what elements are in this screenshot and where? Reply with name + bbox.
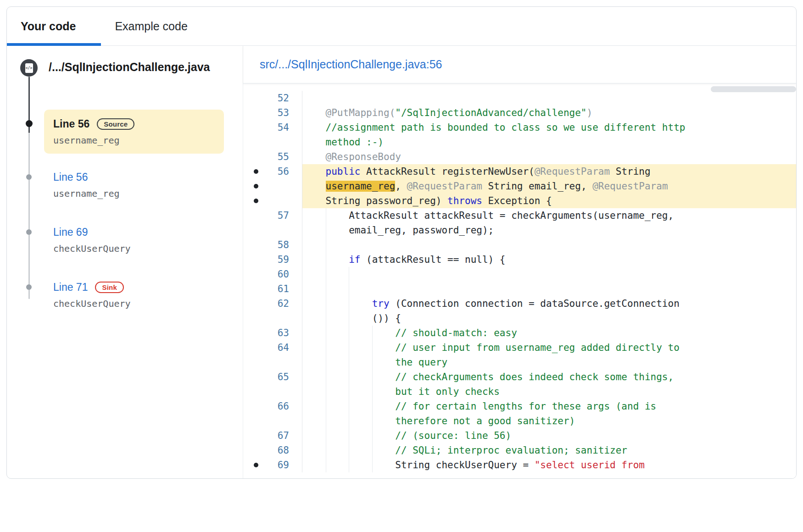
tab-example-code[interactable]: Example code — [101, 7, 201, 45]
line-gutter — [243, 105, 269, 120]
code-file-icon: </> — [20, 59, 38, 77]
line-code: // user input from username_reg added di… — [302, 340, 796, 370]
line-gutter — [243, 164, 269, 208]
code-visual-row — [372, 282, 796, 296]
line-code — [302, 282, 796, 296]
code-token: String — [610, 166, 651, 177]
step-badge-sink: Sink — [95, 282, 123, 293]
line-gutter — [243, 91, 269, 105]
trace-sidebar: </> /.../SqlInjectionChallenge.java Line… — [7, 46, 243, 478]
trace-bullet-icon — [254, 199, 258, 203]
code-token: @PutMapping( — [326, 107, 396, 118]
line-gutter — [243, 282, 269, 296]
trace-step-1[interactable]: Line 56Sourceusername_reg — [44, 110, 224, 154]
code-line: 61 — [243, 282, 796, 296]
step-line-label: Line 56 — [53, 117, 89, 131]
indent-guide — [372, 399, 373, 428]
indent-guide — [349, 267, 349, 282]
line-number: 58 — [269, 238, 289, 252]
code-visual-row: // should-match: easy — [395, 326, 796, 340]
tab-your-code[interactable]: Your code — [7, 7, 101, 45]
line-code: if (attackResult == null) { — [302, 252, 796, 267]
line-number: 62 — [269, 296, 289, 326]
code-line: 69String checkUserQuery = "select userid… — [243, 458, 796, 472]
line-gutter — [243, 120, 269, 150]
code-line: 59if (attackResult == null) { — [243, 252, 796, 267]
indent-guide — [326, 399, 326, 428]
indent-guide — [326, 282, 326, 296]
trace-step-2[interactable]: Line 56username_reg — [44, 170, 224, 200]
code-line: 57AttackResult attackResult = checkArgum… — [243, 208, 796, 238]
code-token: // user input from username_reg added di… — [395, 342, 680, 353]
line-code — [302, 238, 796, 252]
code-token: , — [395, 181, 407, 192]
code-token: @ResponseBody — [326, 151, 401, 162]
line-code — [302, 267, 796, 282]
line-code: //assignment path is bounded to class so… — [302, 120, 796, 150]
trace-step-3[interactable]: Line 69checkUserQuery — [44, 225, 224, 255]
line-number: 61 — [269, 282, 289, 296]
code-token: AttackResult registerNewUser( — [360, 166, 534, 177]
step-symbol: checkUserQuery — [53, 298, 215, 310]
line-number: 59 — [269, 252, 289, 267]
code-token: try — [372, 298, 390, 309]
code-token: (attackResult == null) { — [360, 254, 505, 265]
indent-guide — [349, 296, 349, 326]
trace-bullet-icon — [254, 463, 258, 467]
code-visual-row: ()) { — [372, 311, 796, 326]
line-number: 54 — [269, 120, 289, 150]
code-token: // SQLi; interproc evaluation; sanitizer — [395, 445, 627, 456]
code-line: 68// SQLi; interproc evaluation; sanitiz… — [243, 443, 796, 458]
step-line-label: Line 56 — [53, 170, 88, 184]
code-visual-row: AttackResult attackResult = checkArgumen… — [349, 208, 796, 223]
line-code: public AttackResult registerNewUser(@Req… — [302, 164, 796, 208]
code-visual-row — [372, 267, 796, 282]
code-token: AttackResult attackResult = checkArgumen… — [349, 210, 674, 221]
code-line: 63// should-match: easy — [243, 326, 796, 340]
code-line: 56public AttackResult registerNewUser(@R… — [243, 164, 796, 208]
indent-guide — [326, 252, 326, 267]
indent-guide — [326, 296, 326, 326]
code-visual-row: // checkArguments does indeed check some… — [395, 370, 796, 384]
line-code: try (Connection connection = dataSource.… — [302, 296, 796, 326]
line-gutter — [243, 267, 269, 282]
code-token: ) — [587, 107, 593, 118]
line-gutter — [243, 326, 269, 340]
code-token: but it only checks — [395, 386, 500, 397]
code-visual-row: String password_reg) throws Exception { — [326, 194, 796, 208]
code-visual-row: email_reg, password_reg); — [349, 223, 796, 238]
line-gutter — [243, 150, 269, 164]
code-line: 55@ResponseBody — [243, 150, 796, 164]
indent-guide — [349, 458, 349, 472]
trace-step-4[interactable]: Line 71SinkcheckUserQuery — [44, 280, 224, 310]
code-token: // should-match: easy — [395, 327, 517, 338]
code-line: 52 — [243, 91, 796, 105]
code-visual-row: @PutMapping("/SqlInjectionAdvanced/chall… — [326, 105, 796, 120]
code-token: the query — [395, 357, 447, 368]
line-code: // SQLi; interproc evaluation; sanitizer — [302, 443, 796, 458]
line-code: @ResponseBody — [302, 150, 796, 164]
code-token: email_reg, password_reg); — [349, 225, 494, 236]
code-token: // checkArguments does indeed check some… — [395, 371, 674, 382]
indent-guide — [326, 370, 326, 399]
line-code: // should-match: easy — [302, 326, 796, 340]
code-line: 65// checkArguments does indeed check so… — [243, 370, 796, 399]
line-number: 55 — [269, 150, 289, 164]
indent-guide — [372, 443, 373, 458]
code-visual-row: the query — [395, 355, 796, 370]
tabbar: Your codeExample code — [7, 7, 796, 46]
line-number: 57 — [269, 208, 289, 238]
indent-guide — [326, 326, 326, 340]
code-token: // (source: line 56) — [395, 430, 511, 441]
code-token: throws — [447, 195, 482, 206]
code-token: @RequestParam — [535, 166, 610, 177]
code-token: username_reg — [326, 181, 396, 192]
indent-guide — [349, 326, 349, 340]
step-symbol: username_reg — [53, 134, 215, 146]
file-reference-link[interactable]: src/.../SqlInjectionChallenge.java:56 — [260, 58, 442, 71]
indent-guide — [349, 370, 349, 399]
code-token: if — [349, 254, 360, 265]
indent-guide — [326, 340, 326, 370]
code-token: String password_reg) — [326, 195, 448, 206]
line-gutter — [243, 296, 269, 326]
